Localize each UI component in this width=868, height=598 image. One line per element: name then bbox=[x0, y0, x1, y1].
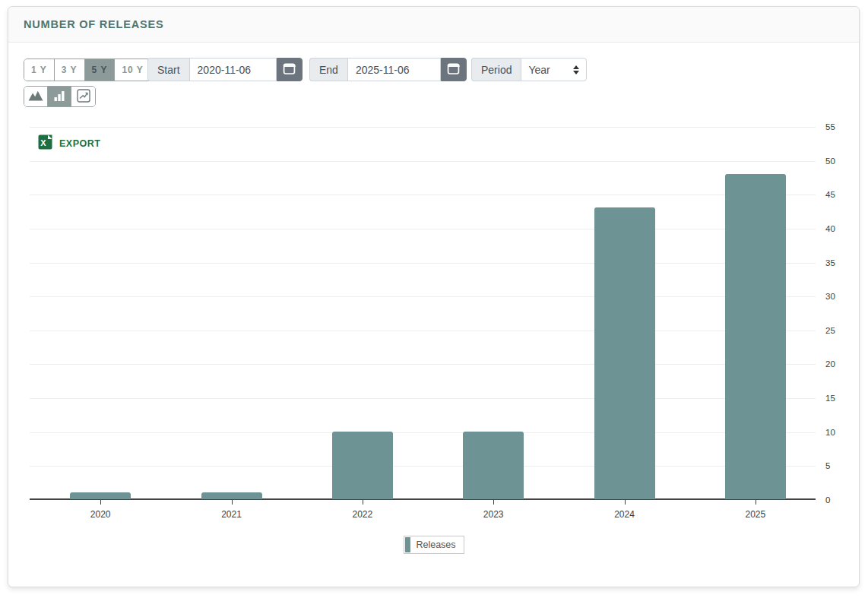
range-button-3y[interactable]: 3 Y bbox=[55, 59, 85, 81]
releases-card: NUMBER OF RELEASES 1 Y3 Y5 Y10 Y bbox=[8, 6, 860, 587]
x-axis-tick-label: 2022 bbox=[328, 509, 397, 520]
bar-chart-icon bbox=[53, 90, 65, 103]
x-axis-tick bbox=[493, 500, 494, 505]
chart-type-group bbox=[24, 86, 96, 107]
y-axis-tick-label: 0 bbox=[825, 495, 851, 505]
period-select-value: Year bbox=[528, 64, 550, 76]
bar-2020[interactable] bbox=[70, 492, 131, 499]
gridline bbox=[30, 466, 816, 467]
start-calendar-button[interactable] bbox=[277, 58, 303, 81]
x-axis-tick-label: 2020 bbox=[66, 509, 135, 520]
x-axis-tick-label: 2023 bbox=[459, 509, 527, 520]
area-chart-button[interactable] bbox=[24, 87, 48, 106]
start-label: Start bbox=[147, 58, 189, 81]
x-axis-line bbox=[30, 498, 816, 500]
gridline bbox=[30, 432, 816, 433]
end-calendar-button[interactable] bbox=[441, 58, 467, 81]
select-arrows-icon bbox=[573, 65, 579, 74]
period-group: Period Year bbox=[471, 58, 587, 81]
y-axis-tick-label: 20 bbox=[825, 359, 851, 369]
x-axis-tick bbox=[232, 500, 233, 505]
x-axis-tick bbox=[363, 500, 363, 505]
period-label: Period bbox=[471, 58, 521, 81]
gridline bbox=[30, 161, 816, 162]
y-axis-tick-label: 40 bbox=[825, 224, 851, 233]
bar-2022[interactable] bbox=[332, 432, 393, 499]
legend-series-label: Releases bbox=[410, 536, 463, 553]
bar-2025[interactable] bbox=[725, 174, 786, 500]
gridline bbox=[30, 127, 816, 128]
range-button-1y[interactable]: 1 Y bbox=[24, 59, 55, 81]
x-axis-tick bbox=[756, 500, 756, 505]
legend[interactable]: Releases bbox=[403, 536, 464, 554]
y-axis-tick-label: 55 bbox=[825, 122, 851, 131]
end-date-input[interactable] bbox=[347, 58, 441, 81]
y-axis-tick-label: 35 bbox=[825, 258, 851, 267]
bar-2021[interactable] bbox=[201, 492, 262, 499]
y-axis-tick-label: 10 bbox=[825, 428, 851, 437]
area-chart-icon bbox=[28, 90, 43, 103]
plot-area: 0510152025303540455055202020212022202320… bbox=[30, 127, 816, 500]
x-axis-tick bbox=[625, 500, 626, 505]
gridline bbox=[30, 296, 816, 297]
gridline bbox=[30, 263, 816, 264]
gridline bbox=[30, 229, 816, 229]
line-chart-button[interactable] bbox=[71, 87, 95, 106]
start-date-group: Start bbox=[147, 58, 303, 81]
bar-chart-button[interactable] bbox=[48, 87, 71, 106]
gridline bbox=[30, 331, 816, 331]
x-axis-tick bbox=[100, 500, 101, 505]
range-button-5y[interactable]: 5 Y bbox=[85, 59, 116, 81]
x-axis-tick-label: 2024 bbox=[591, 509, 659, 520]
y-axis-tick-label: 5 bbox=[825, 461, 851, 470]
period-select[interactable]: Year bbox=[521, 58, 587, 81]
x-axis-tick-label: 2025 bbox=[721, 509, 790, 520]
range-button-10y[interactable]: 10 Y bbox=[115, 59, 150, 81]
gridline bbox=[30, 195, 816, 195]
bar-2023[interactable] bbox=[463, 432, 524, 499]
calendar-icon bbox=[283, 62, 296, 78]
y-axis-tick-label: 15 bbox=[825, 394, 851, 403]
card-header: NUMBER OF RELEASES bbox=[8, 7, 859, 43]
y-axis-tick-label: 50 bbox=[825, 157, 851, 166]
bar-2024[interactable] bbox=[594, 207, 655, 499]
y-axis-tick-label: 45 bbox=[825, 190, 851, 199]
y-axis-tick-label: 25 bbox=[825, 326, 851, 335]
line-chart-icon bbox=[77, 89, 90, 105]
end-date-group: End bbox=[309, 58, 467, 81]
x-axis-tick-label: 2021 bbox=[198, 509, 266, 520]
legend-marker bbox=[404, 537, 410, 552]
page-title: NUMBER OF RELEASES bbox=[24, 18, 163, 30]
time-range-group: 1 Y3 Y5 Y10 Y bbox=[24, 59, 151, 81]
gridline bbox=[30, 364, 816, 365]
start-date-input[interactable] bbox=[189, 58, 277, 81]
end-label: End bbox=[309, 58, 347, 81]
y-axis-tick-label: 30 bbox=[825, 292, 851, 301]
calendar-icon bbox=[447, 62, 460, 78]
gridline bbox=[30, 398, 816, 399]
